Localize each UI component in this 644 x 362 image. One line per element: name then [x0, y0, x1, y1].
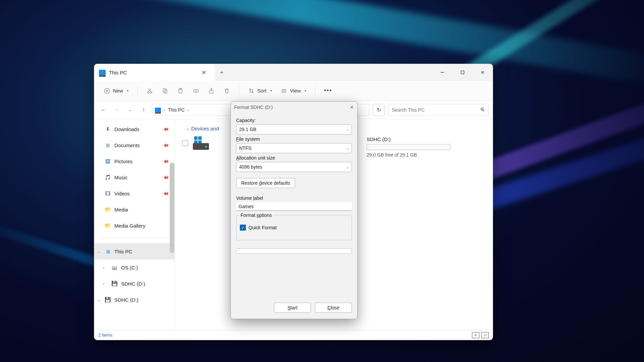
- chevron-right-icon: ›: [187, 107, 189, 113]
- checkbox[interactable]: [182, 140, 188, 146]
- chevron-down-icon: ⌄: [346, 146, 349, 150]
- sidebar-item-os-c[interactable]: ›🖴OS (C:): [94, 259, 174, 276]
- chevron-down-icon: ⌄: [98, 298, 101, 302]
- pin-icon: 📌: [162, 190, 169, 197]
- section-devices[interactable]: ⌄ Devices and: [186, 126, 219, 131]
- rename-button[interactable]: [189, 85, 203, 96]
- chevron-right-icon: ›: [103, 282, 104, 286]
- cut-icon: [146, 87, 153, 94]
- new-tab-button[interactable]: ＋: [215, 64, 228, 81]
- sd-card-icon: 💾: [104, 296, 111, 303]
- forward-button[interactable]: →: [112, 105, 122, 115]
- this-pc-icon: [99, 70, 106, 75]
- close-window-button[interactable]: ✕: [473, 64, 493, 81]
- toolbar: New▾ Sort▾ View▾ •••: [94, 81, 493, 101]
- sidebar: ⬇Downloads📌 🗎Documents📌 🖼Pictures📌 🎵Musi…: [94, 119, 175, 330]
- share-button[interactable]: [205, 85, 218, 96]
- status-bar: 2 items ≡ ▭: [94, 330, 493, 340]
- sort-icon: [248, 87, 255, 94]
- tab-this-pc[interactable]: This PC ✕: [94, 64, 215, 81]
- copy-button[interactable]: [158, 85, 172, 96]
- quick-format-checkbox[interactable]: ✓ Quick Format: [240, 225, 348, 231]
- dialog-titlebar: Format SDHC (D:) ✕: [231, 102, 357, 113]
- copy-icon: [162, 87, 168, 94]
- scrollbar-thumb[interactable]: [170, 163, 174, 253]
- titlebar: This PC ✕ ＋ ✕: [94, 64, 493, 81]
- volume-label-label: Volume label: [236, 195, 352, 201]
- search-input[interactable]: [392, 107, 480, 113]
- sidebar-item-documents[interactable]: 🗎Documents📌: [94, 137, 174, 153]
- back-button[interactable]: ←: [98, 105, 108, 115]
- sidebar-item-this-pc[interactable]: ⌄🖥This PC: [94, 243, 174, 259]
- pin-icon: 📌: [162, 141, 169, 149]
- svg-point-5: [147, 92, 149, 93]
- share-icon: [208, 87, 215, 94]
- start-button[interactable]: Start: [274, 303, 311, 313]
- sidebar-item-music[interactable]: 🎵Music📌: [94, 169, 174, 185]
- drive-icon: [193, 136, 209, 150]
- sidebar-item-downloads[interactable]: ⬇Downloads📌: [94, 121, 174, 137]
- maximize-button[interactable]: [452, 64, 473, 81]
- sidebar-item-media-gallery[interactable]: 📁Media Gallery: [94, 218, 174, 234]
- videos-icon: 🎞: [104, 190, 111, 197]
- pin-icon: 📌: [162, 158, 169, 165]
- sidebar-item-videos[interactable]: 🎞Videos📌: [94, 185, 174, 201]
- chevron-down-icon: ⌄: [346, 165, 349, 169]
- minimize-button[interactable]: [432, 64, 452, 81]
- refresh-button[interactable]: ↻: [373, 104, 385, 116]
- new-button[interactable]: New▾: [100, 85, 132, 96]
- download-icon: ⬇: [104, 126, 111, 132]
- close-button[interactable]: Close: [315, 303, 352, 313]
- sidebar-item-sdhc-2[interactable]: ⌄💾SDHC (D:): [94, 292, 174, 308]
- allocation-label: Allocation unit size: [236, 155, 352, 161]
- sd-card-icon: 💾: [111, 280, 118, 287]
- sidebar-item-pictures[interactable]: 🖼Pictures📌: [94, 153, 174, 169]
- svg-point-19: [281, 89, 282, 90]
- svg-rect-1: [461, 71, 464, 74]
- drive-sdhc[interactable]: SDHC (D:) 29.0 GB free of 29.1 GB: [367, 136, 484, 158]
- music-icon: 🎵: [104, 174, 111, 181]
- svg-rect-10: [164, 89, 167, 93]
- delete-button[interactable]: [220, 85, 233, 96]
- recent-button[interactable]: ⌄: [125, 105, 135, 115]
- view-icon: [281, 87, 287, 94]
- ellipsis-icon: •••: [324, 87, 332, 94]
- search-icon: 🔍︎: [480, 107, 485, 113]
- drive-usage-bar: [367, 144, 450, 150]
- paste-button[interactable]: [174, 85, 187, 96]
- capacity-select[interactable]: 29.1 GB⌄: [236, 124, 352, 134]
- details-view-button[interactable]: ≡: [472, 332, 479, 338]
- filesystem-select[interactable]: NTFS⌄: [236, 143, 352, 153]
- sidebar-item-sdhc-1[interactable]: ›💾SDHC (D:): [94, 276, 174, 292]
- svg-point-20: [281, 90, 282, 91]
- this-pc-icon: 🖥: [104, 248, 111, 255]
- drive-icon: 🖴: [111, 264, 118, 271]
- restore-defaults-button[interactable]: Restore device defaults: [236, 178, 295, 188]
- volume-label-input[interactable]: [236, 202, 352, 211]
- item-count: 2 items: [98, 333, 112, 338]
- tab-title: This PC: [109, 70, 194, 75]
- more-button[interactable]: •••: [321, 85, 336, 96]
- format-options-group: Format options ✓ Quick Format: [236, 216, 352, 240]
- capacity-label: Capacity:: [236, 118, 352, 123]
- cut-button[interactable]: [143, 85, 156, 96]
- svg-rect-9: [163, 88, 166, 92]
- chevron-down-icon: ⌄: [186, 126, 189, 131]
- search-box[interactable]: 🔍︎: [388, 104, 489, 116]
- view-button[interactable]: View▾: [277, 85, 310, 96]
- allocation-select[interactable]: 4096 bytes⌄: [236, 162, 352, 172]
- icons-view-button[interactable]: ▭: [481, 332, 489, 338]
- close-tab-icon[interactable]: ✕: [197, 69, 210, 76]
- sort-button[interactable]: Sort▾: [245, 85, 275, 96]
- drive-label: SDHC (D:): [367, 136, 484, 142]
- chevron-right-icon: ›: [164, 107, 165, 113]
- breadcrumb-root: This PC: [168, 107, 185, 113]
- rename-icon: [193, 87, 199, 94]
- chevron-right-icon: ›: [103, 265, 104, 269]
- folder-icon: 📁: [104, 222, 111, 229]
- up-button[interactable]: ↑: [139, 105, 149, 115]
- drive-os-c[interactable]: [182, 136, 209, 150]
- dialog-close-button[interactable]: ✕: [350, 105, 354, 110]
- svg-point-21: [281, 92, 282, 93]
- sidebar-item-media[interactable]: 📁Media: [94, 201, 174, 218]
